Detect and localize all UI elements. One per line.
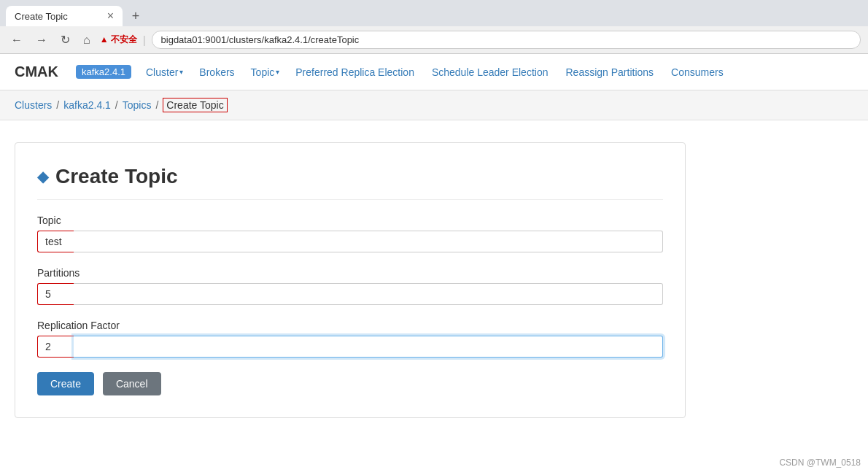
topic-field-group: Topic test <box>37 215 663 252</box>
topic-nav-dropdown[interactable]: Topic ▾ <box>251 66 280 78</box>
create-button[interactable]: Create <box>37 372 94 395</box>
navbar: CMAK kafka2.4.1 Cluster ▾ Brokers Topic … <box>0 54 868 90</box>
topic-input-rest[interactable] <box>74 231 663 252</box>
cluster-nav-dropdown[interactable]: Cluster ▾ <box>146 66 183 78</box>
replication-label: Replication Factor <box>37 320 663 331</box>
replication-field-group: Replication Factor 2 <box>37 320 663 358</box>
partitions-input-rest[interactable] <box>74 283 663 305</box>
breadcrumb-clusters[interactable]: Clusters <box>15 99 52 111</box>
form-title-icon: ◆ <box>37 168 48 185</box>
breadcrumb-sep-2: / <box>115 99 118 111</box>
form-title-text: Create Topic <box>55 165 178 188</box>
replication-input-highlighted-value: 2 <box>37 336 74 358</box>
breadcrumb-cluster-name[interactable]: kafka2.4.1 <box>63 99 111 111</box>
address-bar: ← → ↻ ⌂ ▲ 不安全 | <box>0 26 868 54</box>
forward-button[interactable]: → <box>32 32 51 48</box>
partitions-field-group: Partitions 5 <box>37 267 663 305</box>
form-buttons: Create Cancel <box>37 372 663 395</box>
cluster-caret-icon: ▾ <box>179 68 183 76</box>
form-card: ◆ Create Topic Topic test Partitions 5 <box>15 142 686 418</box>
browser-tab[interactable]: Create Topic × <box>6 6 123 26</box>
back-button[interactable]: ← <box>7 32 26 48</box>
tab-close-icon[interactable]: × <box>107 10 114 22</box>
breadcrumb: Clusters / kafka2.4.1 / Topics / Create … <box>0 90 868 120</box>
topic-input-highlighted-value: test <box>37 231 74 252</box>
cancel-button[interactable]: Cancel <box>103 372 161 395</box>
schedule-leader-nav-link[interactable]: Schedule Leader Election <box>430 66 550 78</box>
brokers-nav-link[interactable]: Brokers <box>198 66 236 78</box>
topic-label: Topic <box>37 215 663 226</box>
consumers-nav-link[interactable]: Consumers <box>670 66 725 78</box>
app-container: CMAK kafka2.4.1 Cluster ▾ Brokers Topic … <box>0 54 868 475</box>
replication-input-rest[interactable] <box>74 336 663 358</box>
new-tab-button[interactable]: + <box>125 6 146 26</box>
tab-title: Create Topic <box>15 11 101 22</box>
replication-input-wrapper: 2 <box>37 336 663 358</box>
home-button[interactable]: ⌂ <box>80 32 94 48</box>
address-separator: | <box>143 34 146 46</box>
partitions-input-wrapper: 5 <box>37 283 663 305</box>
watermark: CSDN @TWM_0518 <box>779 457 861 468</box>
address-input[interactable] <box>152 31 861 49</box>
breadcrumb-topics[interactable]: Topics <box>123 99 152 111</box>
breadcrumb-sep-3: / <box>155 99 158 111</box>
topic-input-wrapper: test <box>37 231 663 252</box>
breadcrumb-sep-1: / <box>56 99 59 111</box>
brand-name: CMAK <box>15 63 58 80</box>
breadcrumb-current: Create Topic <box>163 98 227 112</box>
main-content: ◆ Create Topic Topic test Partitions 5 <box>0 120 868 440</box>
preferred-replica-nav-link[interactable]: Preferred Replica Election <box>294 66 416 78</box>
cluster-badge[interactable]: kafka2.4.1 <box>76 65 131 79</box>
form-title: ◆ Create Topic <box>37 165 663 200</box>
partitions-input-highlighted-value: 5 <box>37 283 74 305</box>
reload-button[interactable]: ↻ <box>57 31 74 48</box>
topic-caret-icon: ▾ <box>276 68 279 76</box>
reassign-partitions-nav-link[interactable]: Reassign Partitions <box>564 66 655 78</box>
security-warning: ▲ 不安全 <box>100 34 137 46</box>
partitions-label: Partitions <box>37 267 663 279</box>
